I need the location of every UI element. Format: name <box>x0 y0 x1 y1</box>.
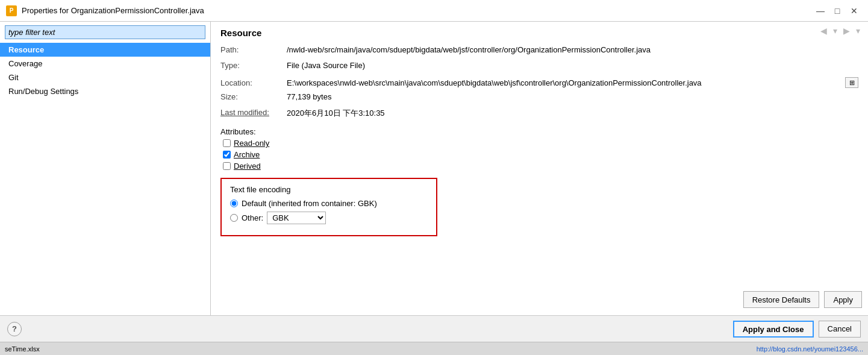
archive-row: Archive <box>223 150 858 159</box>
location-value: E:\workspaces\nwld-web\src\main\java\com… <box>287 78 843 87</box>
right-bottom-buttons: Restore Defaults Apply <box>743 291 862 308</box>
location-label: Location: <box>220 78 287 87</box>
archive-label: Archive <box>234 150 260 159</box>
encoding-title: Text file encoding <box>230 185 428 194</box>
derived-row: Derived <box>223 162 858 171</box>
location-row: Location: E:\workspaces\nwld-web\src\mai… <box>220 77 858 89</box>
back-arrow[interactable]: ◀ <box>819 25 829 36</box>
apply-and-close-button[interactable]: Apply and Close <box>733 321 814 338</box>
size-value: 77,139 bytes <box>287 92 858 101</box>
encoding-box: Text file encoding Default (inherited fr… <box>220 178 437 236</box>
sidebar-item-git[interactable]: Git <box>0 71 210 84</box>
back-dropdown[interactable]: ▾ <box>831 25 839 36</box>
readonly-row: Read-only <box>223 139 858 148</box>
apply-button[interactable]: Apply <box>824 291 862 308</box>
last-modified-label: Last modified: <box>220 108 287 117</box>
readonly-label: Read-only <box>234 139 269 148</box>
last-modified-value: 2020年6月10日 下午3:10:35 <box>287 108 858 119</box>
right-panel: ◀ ▾ ▶ ▾ Resource Path: /nwld-web/src/mai… <box>211 22 868 315</box>
taskbar-file: seTime.xlsx <box>5 345 40 353</box>
path-row: Path: /nwld-web/src/main/java/com/sduept… <box>220 45 858 57</box>
left-panel: Resource Coverage Git Run/Debug Settings <box>0 22 211 315</box>
type-label: Type: <box>220 61 287 70</box>
default-encoding-row: Default (inherited from container: GBK) <box>230 199 428 208</box>
other-encoding-label: Other: <box>242 213 263 222</box>
window-controls: — □ ✕ <box>813 4 862 17</box>
nav-arrows: ◀ ▾ ▶ ▾ <box>819 25 862 36</box>
type-value: File (Java Source File) <box>287 61 858 70</box>
attributes-label: Attributes: <box>220 127 858 136</box>
section-title: Resource <box>220 28 858 38</box>
cancel-button[interactable]: Cancel <box>819 321 861 338</box>
forward-dropdown[interactable]: ▾ <box>854 25 862 36</box>
minimize-button[interactable]: — <box>813 4 828 17</box>
close-button[interactable]: ✕ <box>846 4 862 17</box>
dialog-body: Resource Coverage Git Run/Debug Settings… <box>0 22 868 315</box>
size-label: Size: <box>220 92 287 101</box>
title-bar: P Properties for OrganizationPermissionC… <box>0 0 868 22</box>
path-value: /nwld-web/src/main/java/com/sduept/bigda… <box>287 45 858 54</box>
derived-checkbox[interactable] <box>223 162 231 170</box>
sidebar-item-resource[interactable]: Resource <box>0 43 210 57</box>
other-encoding-select[interactable]: GBK UTF-8 UTF-16 ISO-8859-1 <box>267 212 326 224</box>
bottom-bar: ? Apply and Close Cancel <box>0 315 868 342</box>
type-row: Type: File (Java Source File) <box>220 61 858 73</box>
restore-defaults-button[interactable]: Restore Defaults <box>743 291 820 308</box>
other-encoding-row: Other: GBK UTF-8 UTF-16 ISO-8859-1 <box>230 212 428 224</box>
window-title: Properties for OrganizationPermissionCon… <box>22 6 813 15</box>
other-encoding-radio[interactable] <box>230 214 238 222</box>
derived-label: Derived <box>234 162 261 171</box>
help-button[interactable]: ? <box>7 322 22 336</box>
location-browse-button[interactable]: ⊞ <box>845 77 858 88</box>
archive-checkbox[interactable] <box>223 151 231 159</box>
filter-input[interactable] <box>5 25 205 39</box>
forward-arrow[interactable]: ▶ <box>841 25 852 36</box>
default-encoding-label: Default (inherited from container: GBK) <box>242 199 377 208</box>
taskbar-url: http://blog.csdn.net/youmei123456... <box>757 345 863 353</box>
default-encoding-radio[interactable] <box>230 199 238 207</box>
last-modified-row: Last modified: 2020年6月10日 下午3:10:35 <box>220 108 858 120</box>
sidebar-item-run-debug[interactable]: Run/Debug Settings <box>0 84 210 98</box>
app-icon: P <box>6 5 17 16</box>
maximize-button[interactable]: □ <box>829 4 845 17</box>
size-row: Size: 77,139 bytes <box>220 92 858 104</box>
readonly-checkbox[interactable] <box>223 139 231 147</box>
path-label: Path: <box>220 45 287 54</box>
sidebar-item-coverage[interactable]: Coverage <box>0 57 210 71</box>
taskbar-strip: seTime.xlsx http://blog.csdn.net/youmei1… <box>0 342 868 355</box>
